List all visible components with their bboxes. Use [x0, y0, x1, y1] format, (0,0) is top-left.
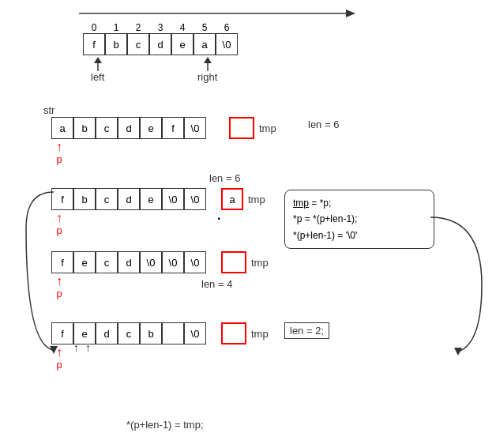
- s3r3-cell-6: \0: [184, 322, 206, 344]
- tmp-label-s3r3: tmp: [251, 328, 269, 340]
- s3r1-cell-5: \0: [162, 188, 184, 210]
- svg-marker-3: [94, 57, 102, 63]
- s3r1-cell-1: b: [73, 188, 96, 210]
- s2-cell-2: c: [96, 117, 118, 139]
- s1-cell-3: d: [149, 33, 171, 55]
- s3r2-cell-2: c: [96, 251, 118, 273]
- str-label: str: [43, 104, 54, 116]
- s1-cell-6: \0: [216, 33, 238, 55]
- s3r2-cell-1: e: [73, 251, 96, 273]
- svg-marker-1: [346, 9, 355, 17]
- s3r2-cell-4: \0: [140, 251, 162, 273]
- s3r1-cell-3: d: [118, 188, 140, 210]
- index-5: 5: [194, 22, 216, 33]
- tmp-filled-s3r1: a: [221, 188, 243, 210]
- len-label-s3: len = 6: [209, 172, 240, 184]
- s3r1-cell-4: e: [140, 188, 162, 210]
- code-line2: *p = *(p+len-1);: [293, 211, 426, 227]
- right-label: right: [197, 71, 217, 83]
- p-label-s3r3: p: [56, 359, 62, 371]
- index-6: 6: [216, 22, 238, 33]
- index-1: 1: [105, 22, 127, 33]
- s1-cell-5: a: [194, 33, 216, 55]
- len-label-s3r3: len = 2;: [290, 325, 324, 337]
- index-2: 2: [127, 22, 149, 33]
- s3r2-cell-3: d: [118, 251, 140, 273]
- s2-cell-3: d: [118, 117, 140, 139]
- code-line1: tmp = *p;: [293, 195, 426, 211]
- index-4: 4: [171, 22, 194, 33]
- s3r1-cell-2: c: [96, 188, 118, 210]
- s3r3-cell-2: d: [96, 322, 118, 344]
- s2-cell-4: e: [140, 117, 162, 139]
- tmp-label-s2: tmp: [259, 122, 276, 134]
- index-3: 3: [149, 22, 171, 33]
- s1-cell-2: c: [127, 33, 149, 55]
- code-line3: *(p+len-1) = '\0': [293, 228, 426, 243]
- s2-cell-5: f: [162, 117, 184, 139]
- s3r3-cell-3: c: [118, 322, 140, 344]
- s3r2-cell-6: \0: [184, 251, 206, 273]
- svg-marker-5: [204, 57, 212, 63]
- s2-cell-1: b: [73, 117, 96, 139]
- p-label-s2: p: [56, 153, 62, 165]
- left-label: left: [91, 71, 104, 83]
- index-0: 0: [83, 22, 105, 33]
- s1-cell-0: f: [83, 33, 105, 55]
- s3r3-cell-5: [162, 322, 184, 344]
- s2-cell-6: \0: [184, 117, 206, 139]
- s3r2-cell-5: \0: [162, 251, 184, 273]
- final-label: *(p+len-1) = tmp;: [126, 419, 204, 431]
- tmp-box-s3r3: [221, 322, 246, 344]
- tmp-label-s3r2: tmp: [251, 257, 269, 269]
- tmp-box-s2: [229, 117, 254, 139]
- tmp-box-s3r2: [221, 251, 246, 273]
- tmp-label-s3r1: tmp: [248, 194, 265, 205]
- s1-cell-1: b: [105, 33, 127, 55]
- svg-marker-7: [454, 348, 462, 356]
- s3r1-cell-6: \0: [184, 188, 206, 210]
- s3r3-cell-4: b: [140, 322, 162, 344]
- s1-cell-4: e: [171, 33, 194, 55]
- s2-cell-0: a: [51, 117, 73, 139]
- svg-marker-6: [50, 346, 58, 354]
- p-arrow-s2: ↑: [56, 141, 62, 153]
- len-label-s3r2: len = 4: [201, 278, 232, 290]
- len-label-s2: len = 6: [308, 119, 339, 130]
